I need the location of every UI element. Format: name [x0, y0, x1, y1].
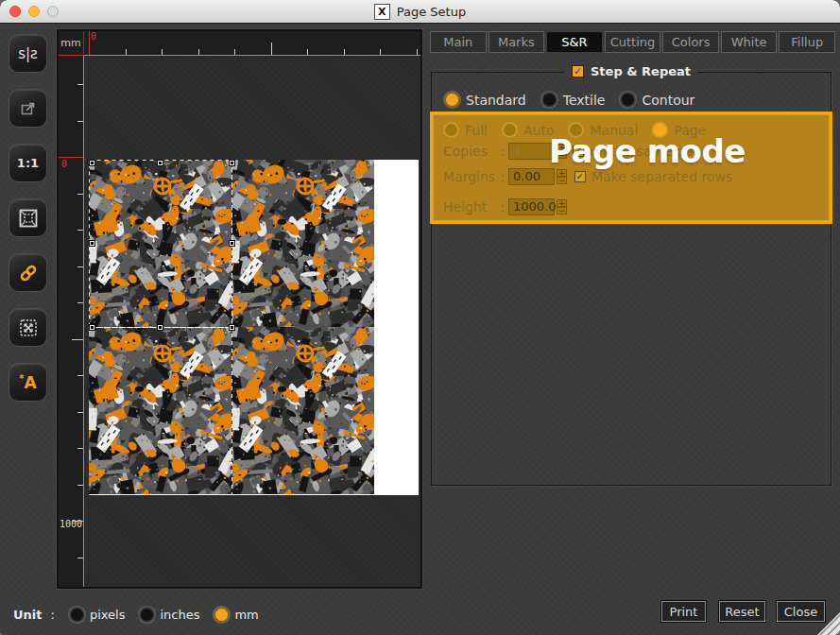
window-title: Page Setup — [397, 5, 466, 19]
mirror-repeat-button[interactable]: s|s — [9, 35, 46, 72]
vertical-ruler: 0 1000 — [59, 56, 84, 587]
mirror-s-icon: s|s — [18, 45, 38, 62]
unit-bar: Unit : pixels inches mm — [13, 607, 259, 623]
canvas-viewport[interactable] — [84, 56, 420, 587]
margins-row: Margins : 0.00 +− — [443, 168, 567, 185]
frame-fit-button[interactable] — [9, 199, 46, 236]
radio-textile-dot — [541, 92, 557, 108]
height-input[interactable]: 1000.0 — [508, 198, 555, 215]
ruler-zero-label-v: 0 — [61, 159, 67, 169]
link-button[interactable] — [9, 254, 46, 291]
separated-rows-option[interactable]: ✓ Make separated rows — [574, 169, 732, 184]
actual-size-button[interactable]: 1:1 — [9, 145, 46, 181]
tab-main[interactable]: Main — [430, 31, 487, 53]
height-row: Height : 1000.0 +− — [443, 198, 567, 215]
step-repeat-checkbox[interactable]: ✓ — [572, 65, 584, 77]
page-setup-window: X Page Setup s|s 1:1 — [0, 0, 840, 635]
step-repeat-preview-canvas[interactable] — [89, 160, 419, 495]
ruler-origin-line-h — [89, 31, 90, 55]
tab-sr[interactable]: S&R — [546, 31, 603, 53]
margins-spinner[interactable]: +− — [557, 169, 567, 184]
radio-mm-dot — [214, 607, 230, 623]
tab-cutting[interactable]: Cutting — [605, 31, 661, 53]
text-marks-button[interactable]: *A — [9, 364, 46, 401]
radio-inches[interactable]: inches — [139, 607, 199, 623]
horizontal-ruler: 0 — [84, 31, 420, 56]
height-spinner[interactable]: +− — [557, 199, 567, 215]
radio-auto-dot — [502, 122, 518, 138]
step-repeat-label: Step & Repeat — [591, 64, 691, 78]
tab-fillup[interactable]: Fillup — [779, 31, 835, 53]
zoom-window-button[interactable] — [47, 6, 59, 17]
radio-full[interactable]: Full — [443, 122, 488, 138]
titlebar: X Page Setup — [0, 0, 840, 24]
one-to-one-icon: 1:1 — [17, 156, 39, 170]
close-window-button[interactable] — [9, 6, 21, 17]
radio-contour-dot — [620, 92, 636, 108]
link-icon — [18, 263, 39, 283]
tab-marks[interactable]: Marks — [489, 31, 545, 53]
tab-white[interactable]: White — [721, 31, 778, 53]
window-title-group: X Page Setup — [374, 4, 466, 20]
print-button[interactable]: Print — [661, 601, 706, 622]
ruler-unit-box: mm — [59, 31, 84, 56]
close-button[interactable]: Close — [777, 601, 825, 622]
radio-mm[interactable]: mm — [214, 607, 258, 623]
x11-app-icon: X — [374, 4, 390, 20]
page-mode-annotation: Page mode — [549, 132, 746, 170]
radio-full-dot — [443, 122, 459, 138]
star-a-icon: *A — [19, 373, 36, 392]
minimize-window-button[interactable] — [28, 6, 40, 17]
export-icon — [19, 99, 38, 118]
radio-pixels-dot — [69, 607, 85, 623]
transform-icon — [18, 318, 39, 338]
radio-pixels[interactable]: pixels — [69, 607, 126, 623]
transform-button[interactable] — [9, 309, 46, 346]
frame-fit-icon — [18, 208, 39, 229]
export-button[interactable] — [9, 90, 46, 127]
ruler-zero-label-h: 0 — [91, 31, 96, 42]
settings-tabs: Main Marks S&R Cutting Colors White Fill… — [430, 31, 835, 53]
radio-auto[interactable]: Auto — [502, 122, 555, 138]
radio-standard[interactable]: Standard — [444, 92, 526, 108]
radio-standard-dot — [444, 92, 460, 108]
radio-contour[interactable]: Contour — [620, 92, 694, 108]
radio-textile[interactable]: Textile — [541, 92, 606, 108]
preview-area: mm 0 0 1000 — [57, 29, 422, 589]
margins-input[interactable]: 0.00 — [508, 168, 555, 185]
radio-inches-dot — [139, 607, 155, 623]
step-repeat-legend: ✓ Step & Repeat — [564, 64, 698, 78]
repeat-mode-radios: Standard Textile Contour — [444, 92, 694, 108]
window-controls — [9, 6, 59, 17]
page-preview[interactable] — [89, 160, 419, 495]
tab-colors[interactable]: Colors — [662, 31, 719, 53]
reset-button[interactable]: Reset — [719, 601, 765, 622]
separated-rows-checkbox[interactable]: ✓ — [574, 171, 586, 182]
ruler-origin-line-v — [59, 157, 83, 158]
copies-input[interactable]: 4 — [508, 143, 555, 160]
